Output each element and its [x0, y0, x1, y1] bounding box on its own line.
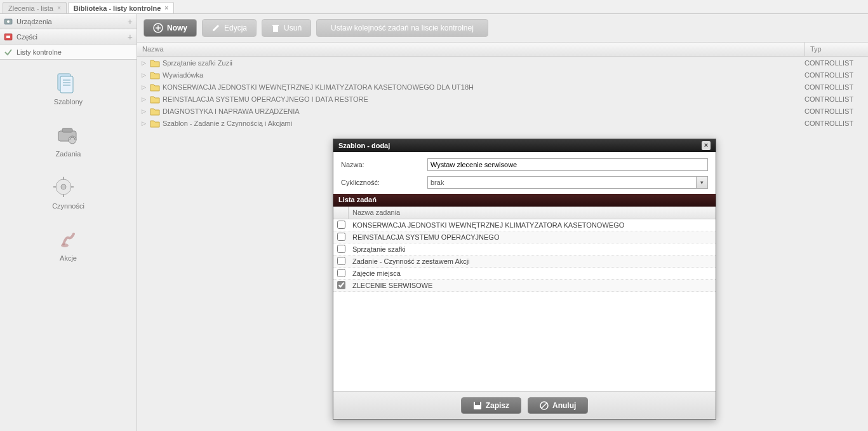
task-checkbox[interactable] [337, 221, 345, 229]
dialog-footer: Zapisz Anuluj [333, 391, 716, 419]
table-row[interactable]: ▷ Sprzątanie szafki Zuzii CONTROLLIST [137, 57, 868, 69]
row-name: Sprzątanie szafki Zuzii [163, 59, 805, 67]
task-column-header: Nazwa zadania [333, 207, 716, 219]
delete-button[interactable]: Usuń [262, 19, 311, 37]
folder-icon [150, 107, 160, 116]
close-icon[interactable]: × [702, 141, 711, 150]
folder-icon [150, 95, 160, 104]
expander-icon[interactable]: ▷ [140, 96, 147, 102]
task-row[interactable]: ZLECENIE SERWISOWE [333, 280, 716, 292]
edit-button[interactable]: Edycja [202, 19, 257, 37]
sidebar-item-activities[interactable]: Czynności [52, 175, 84, 210]
button-label: Zapisz [486, 401, 509, 410]
folder-icon [150, 83, 160, 92]
expander-icon[interactable]: ▷ [140, 120, 147, 127]
sidebar-section-parts[interactable]: Części + [0, 29, 137, 44]
plus-circle-icon [153, 23, 163, 33]
templates-icon [54, 71, 77, 94]
order-button[interactable]: Ustaw kolejność zadań na liscie kontroln… [316, 19, 488, 37]
new-button[interactable]: Nowy [144, 19, 197, 37]
dialog-template-add: Szablon - dodaj × Nazwa: Cykliczność: br… [333, 139, 716, 420]
activities-icon [52, 175, 75, 198]
svg-rect-25 [475, 402, 480, 405]
task-row[interactable]: REINSTALACJA SYSTEMU OPERACYJNEGO [333, 231, 716, 243]
check-icon [4, 48, 13, 57]
cycle-value: brak [431, 179, 444, 186]
cancel-button[interactable]: Anuluj [528, 397, 588, 414]
dialog-titlebar[interactable]: Szablon - dodaj × [333, 139, 716, 152]
row-name: REINSTALACJA SYSTEMU OPERACYJNEGO I DATA… [163, 95, 805, 103]
task-checkbox[interactable] [337, 281, 345, 289]
row-name: KONSERWACJA JEDNOSTKI WEWNĘTRZNEJ KLIMAT… [163, 83, 805, 91]
cycle-select[interactable]: brak ▾ [427, 176, 708, 189]
sidebar-section-devices[interactable]: Urządzenia + [0, 14, 137, 29]
table-row[interactable]: ▷ DIAGNOSTYKA I NAPRAWA URZĄDZENIA CONTR… [137, 105, 868, 117]
button-label: Edycja [224, 24, 247, 32]
table-row[interactable]: ▷ REINSTALACJA SYSTEMU OPERACYJNEGO I DA… [137, 93, 868, 105]
expander-icon[interactable]: ▷ [140, 60, 147, 66]
cancel-icon [540, 401, 549, 410]
task-row[interactable]: Sprzątanie szafki [333, 243, 716, 256]
sidebar-item-label: Urządzenia [17, 18, 52, 25]
svg-point-1 [7, 20, 10, 23]
expander-icon[interactable]: ▷ [140, 84, 147, 90]
sidebar-item-actions[interactable]: Akcje [57, 228, 80, 262]
tab-biblioteka[interactable]: Biblioteka - listy kontrolne × [68, 2, 174, 13]
pencil-icon [211, 24, 220, 32]
expander-icon[interactable]: ▷ [140, 108, 147, 114]
row-type: CONTROLLIST [805, 71, 868, 79]
folder-icon [150, 71, 160, 79]
name-input[interactable] [427, 158, 708, 171]
sidebar-item-templates[interactable]: Szablony [54, 71, 83, 106]
sidebar-section-lists[interactable]: Listy kontrolne [0, 44, 137, 60]
row-type: CONTROLLIST [805, 59, 868, 67]
name-label: Nazwa: [341, 161, 427, 168]
chevron-down-icon[interactable]: ▾ [696, 177, 707, 188]
row-type: CONTROLLIST [805, 107, 868, 115]
table-row[interactable]: ▷ Wywiadówka CONTROLLIST [137, 69, 868, 81]
column-header: Nazwa Typ [137, 43, 868, 57]
table-row[interactable]: ▷ Szablon - Zadanie z Czynnością i Akcja… [137, 117, 868, 129]
folder-icon [150, 119, 160, 128]
parts-icon [4, 32, 13, 41]
dialog-title: Szablon - dodaj [338, 142, 390, 149]
task-row[interactable]: KONSERWACJA JEDNOSTKI WEWNĘTRZNEJ KLIMAT… [333, 219, 716, 231]
close-icon[interactable]: × [57, 4, 61, 11]
sidebar-item-label: Części [17, 33, 37, 41]
save-button[interactable]: Zapisz [461, 397, 521, 414]
top-tabs: Zlecenia - lista × Biblioteka - listy ko… [0, 0, 868, 14]
sidebar: Urządzenia + Części + Listy kontrolne Sz… [0, 14, 137, 431]
sidebar-item-label: Listy kontrolne [17, 48, 62, 56]
button-label: Anuluj [552, 401, 576, 410]
rows: ▷ Sprzątanie szafki Zuzii CONTROLLIST ▷ … [137, 57, 868, 129]
svg-point-13 [61, 184, 66, 189]
row-type: CONTROLLIST [805, 120, 868, 127]
task-name: Zadanie - Czynność z zestawem Akcji [349, 257, 716, 265]
row-type: CONTROLLIST [805, 83, 868, 91]
button-label: Usuń [284, 24, 302, 32]
expander-icon[interactable]: ▷ [140, 72, 147, 78]
task-name: REINSTALACJA SYSTEMU OPERACYJNEGO [349, 233, 716, 241]
add-icon[interactable]: + [128, 32, 133, 42]
side-item-label: Czynności [52, 202, 84, 210]
task-checkbox[interactable] [337, 269, 345, 277]
svg-rect-10 [62, 128, 72, 132]
close-icon[interactable]: × [164, 4, 168, 11]
table-row[interactable]: ▷ KONSERWACJA JEDNOSTKI WEWNĘTRZNEJ KLIM… [137, 81, 868, 93]
side-item-label: Zadania [56, 150, 81, 158]
col-name[interactable]: Nazwa [137, 43, 805, 56]
task-checkbox[interactable] [337, 257, 345, 265]
svg-rect-3 [6, 36, 10, 38]
devices-icon [4, 17, 13, 26]
task-row[interactable]: Zadanie - Czynność z zestawem Akcji [333, 256, 716, 268]
tab-zlecenia[interactable]: Zlecenia - lista × [3, 2, 67, 13]
task-col-name: Nazwa zadania [349, 207, 716, 219]
task-checkbox[interactable] [337, 245, 345, 253]
tasks-icon [56, 123, 79, 146]
sidebar-item-tasks[interactable]: Zadania [56, 123, 81, 158]
task-checkbox[interactable] [337, 233, 345, 241]
add-icon[interactable]: + [128, 17, 133, 27]
task-name: KONSERWACJA JEDNOSTKI WEWNĘTRZNEJ KLIMAT… [349, 221, 716, 229]
col-type[interactable]: Typ [805, 43, 868, 56]
task-row[interactable]: Zajęcie miejsca [333, 268, 716, 280]
